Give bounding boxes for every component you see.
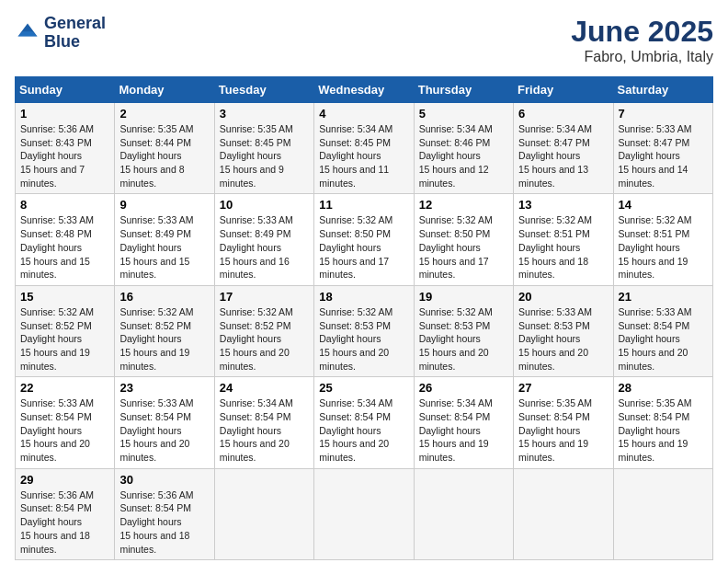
- calendar-week-row: 1Sunrise: 5:36 AMSunset: 8:43 PMDaylight…: [16, 103, 713, 194]
- table-row: [514, 468, 613, 559]
- day-info: Sunrise: 5:32 AMSunset: 8:50 PMDaylight …: [419, 213, 508, 281]
- table-row: 13Sunrise: 5:32 AMSunset: 8:51 PMDayligh…: [514, 194, 613, 285]
- day-info: Sunrise: 5:34 AMSunset: 8:54 PMDaylight …: [419, 396, 508, 464]
- day-info: Sunrise: 5:32 AMSunset: 8:53 PMDaylight …: [419, 305, 508, 373]
- day-number: 23: [119, 381, 209, 395]
- day-number: 27: [518, 381, 608, 395]
- table-row: 15Sunrise: 5:32 AMSunset: 8:52 PMDayligh…: [16, 285, 115, 376]
- table-row: 16Sunrise: 5:32 AMSunset: 8:52 PMDayligh…: [115, 285, 214, 376]
- day-info: Sunrise: 5:33 AMSunset: 8:54 PMDaylight …: [20, 396, 109, 464]
- day-number: 6: [518, 107, 608, 121]
- header-friday: Friday: [514, 77, 613, 103]
- header-monday: Monday: [115, 77, 214, 103]
- day-info: Sunrise: 5:33 AMSunset: 8:49 PMDaylight …: [220, 213, 309, 281]
- day-number: 17: [220, 290, 309, 304]
- logo-icon: [15, 20, 40, 46]
- header-wednesday: Wednesday: [314, 77, 414, 103]
- svg-marker-1: [18, 31, 38, 36]
- calendar-week-row: 15Sunrise: 5:32 AMSunset: 8:52 PMDayligh…: [16, 285, 713, 376]
- day-number: 19: [419, 290, 508, 304]
- table-row: 21Sunrise: 5:33 AMSunset: 8:54 PMDayligh…: [613, 285, 712, 376]
- table-row: 28Sunrise: 5:35 AMSunset: 8:54 PMDayligh…: [613, 377, 712, 468]
- table-row: 10Sunrise: 5:33 AMSunset: 8:49 PMDayligh…: [214, 194, 313, 285]
- day-info: Sunrise: 5:32 AMSunset: 8:52 PMDaylight …: [220, 305, 309, 373]
- day-number: 15: [20, 290, 109, 304]
- day-number: 25: [319, 381, 408, 395]
- day-number: 26: [419, 381, 508, 395]
- day-info: Sunrise: 5:32 AMSunset: 8:50 PMDaylight …: [319, 213, 408, 281]
- day-number: 12: [419, 198, 508, 212]
- header-thursday: Thursday: [414, 77, 513, 103]
- day-info: Sunrise: 5:33 AMSunset: 8:54 PMDaylight …: [119, 396, 209, 464]
- calendar-week-row: 8Sunrise: 5:33 AMSunset: 8:48 PMDaylight…: [16, 194, 713, 285]
- logo-line1: General: [44, 15, 106, 33]
- day-number: 20: [518, 290, 608, 304]
- title-area: June 2025 Fabro, Umbria, Italy: [571, 15, 713, 65]
- day-number: 30: [119, 473, 209, 487]
- day-number: 14: [619, 198, 708, 212]
- day-number: 29: [20, 473, 109, 487]
- day-number: 18: [319, 290, 408, 304]
- day-number: 24: [220, 381, 309, 395]
- day-number: 16: [119, 290, 209, 304]
- table-row: 22Sunrise: 5:33 AMSunset: 8:54 PMDayligh…: [16, 377, 115, 468]
- day-number: 21: [619, 290, 708, 304]
- table-row: 18Sunrise: 5:32 AMSunset: 8:53 PMDayligh…: [314, 285, 414, 376]
- calendar-week-row: 29Sunrise: 5:36 AMSunset: 8:54 PMDayligh…: [16, 468, 713, 559]
- day-number: 1: [20, 107, 109, 121]
- calendar-table: Sunday Monday Tuesday Wednesday Thursday…: [15, 76, 713, 560]
- day-info: Sunrise: 5:32 AMSunset: 8:52 PMDaylight …: [20, 305, 109, 373]
- table-row: [414, 468, 513, 559]
- table-row: 7Sunrise: 5:33 AMSunset: 8:47 PMDaylight…: [613, 103, 712, 194]
- calendar-week-row: 22Sunrise: 5:33 AMSunset: 8:54 PMDayligh…: [16, 377, 713, 468]
- day-info: Sunrise: 5:35 AMSunset: 8:54 PMDaylight …: [619, 396, 708, 464]
- day-info: Sunrise: 5:33 AMSunset: 8:49 PMDaylight …: [119, 213, 209, 281]
- table-row: 9Sunrise: 5:33 AMSunset: 8:49 PMDaylight…: [115, 194, 214, 285]
- table-row: 17Sunrise: 5:32 AMSunset: 8:52 PMDayligh…: [214, 285, 313, 376]
- table-row: 25Sunrise: 5:34 AMSunset: 8:54 PMDayligh…: [314, 377, 414, 468]
- day-info: Sunrise: 5:32 AMSunset: 8:51 PMDaylight …: [619, 213, 708, 281]
- day-number: 9: [119, 198, 209, 212]
- day-info: Sunrise: 5:36 AMSunset: 8:43 PMDaylight …: [20, 122, 109, 190]
- table-row: 12Sunrise: 5:32 AMSunset: 8:50 PMDayligh…: [414, 194, 513, 285]
- day-info: Sunrise: 5:35 AMSunset: 8:45 PMDaylight …: [220, 122, 309, 190]
- day-info: Sunrise: 5:35 AMSunset: 8:44 PMDaylight …: [119, 122, 209, 190]
- day-info: Sunrise: 5:34 AMSunset: 8:45 PMDaylight …: [319, 122, 408, 190]
- table-row: [613, 468, 712, 559]
- table-row: 23Sunrise: 5:33 AMSunset: 8:54 PMDayligh…: [115, 377, 214, 468]
- table-row: 4Sunrise: 5:34 AMSunset: 8:45 PMDaylight…: [314, 103, 414, 194]
- day-info: Sunrise: 5:35 AMSunset: 8:54 PMDaylight …: [518, 396, 608, 464]
- table-row: 24Sunrise: 5:34 AMSunset: 8:54 PMDayligh…: [214, 377, 313, 468]
- table-row: 27Sunrise: 5:35 AMSunset: 8:54 PMDayligh…: [514, 377, 613, 468]
- day-number: 28: [619, 381, 708, 395]
- table-row: 20Sunrise: 5:33 AMSunset: 8:53 PMDayligh…: [514, 285, 613, 376]
- table-row: 1Sunrise: 5:36 AMSunset: 8:43 PMDaylight…: [16, 103, 115, 194]
- day-number: 4: [319, 107, 408, 121]
- day-info: Sunrise: 5:33 AMSunset: 8:47 PMDaylight …: [619, 122, 708, 190]
- table-row: [314, 468, 414, 559]
- calendar-subtitle: Fabro, Umbria, Italy: [571, 49, 713, 65]
- calendar-header-row: Sunday Monday Tuesday Wednesday Thursday…: [16, 77, 713, 103]
- table-row: 2Sunrise: 5:35 AMSunset: 8:44 PMDaylight…: [115, 103, 214, 194]
- table-row: 26Sunrise: 5:34 AMSunset: 8:54 PMDayligh…: [414, 377, 513, 468]
- day-info: Sunrise: 5:33 AMSunset: 8:54 PMDaylight …: [619, 305, 708, 373]
- day-number: 3: [220, 107, 309, 121]
- day-info: Sunrise: 5:34 AMSunset: 8:54 PMDaylight …: [319, 396, 408, 464]
- header-saturday: Saturday: [613, 77, 712, 103]
- table-row: 19Sunrise: 5:32 AMSunset: 8:53 PMDayligh…: [414, 285, 513, 376]
- table-row: 5Sunrise: 5:34 AMSunset: 8:46 PMDaylight…: [414, 103, 513, 194]
- table-row: 6Sunrise: 5:34 AMSunset: 8:47 PMDaylight…: [514, 103, 613, 194]
- header-sunday: Sunday: [16, 77, 115, 103]
- day-info: Sunrise: 5:36 AMSunset: 8:54 PMDaylight …: [119, 488, 209, 556]
- day-info: Sunrise: 5:32 AMSunset: 8:52 PMDaylight …: [119, 305, 209, 373]
- table-row: 29Sunrise: 5:36 AMSunset: 8:54 PMDayligh…: [16, 468, 115, 559]
- day-number: 22: [20, 381, 109, 395]
- day-info: Sunrise: 5:33 AMSunset: 8:48 PMDaylight …: [20, 213, 109, 281]
- day-info: Sunrise: 5:32 AMSunset: 8:53 PMDaylight …: [319, 305, 408, 373]
- calendar-title: June 2025: [571, 15, 713, 49]
- day-number: 5: [419, 107, 508, 121]
- day-number: 13: [518, 198, 608, 212]
- table-row: 3Sunrise: 5:35 AMSunset: 8:45 PMDaylight…: [214, 103, 313, 194]
- table-row: 11Sunrise: 5:32 AMSunset: 8:50 PMDayligh…: [314, 194, 414, 285]
- header-tuesday: Tuesday: [214, 77, 313, 103]
